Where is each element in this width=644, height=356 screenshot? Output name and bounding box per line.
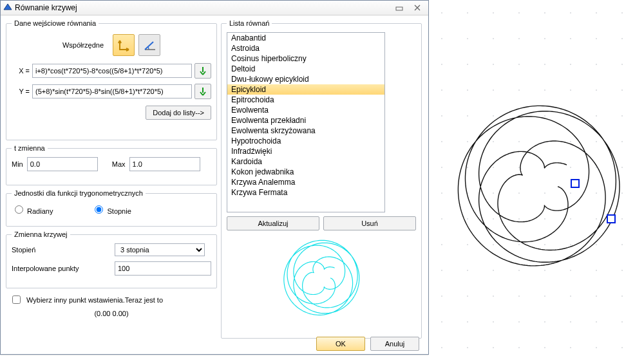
svg-point-41 (493, 321, 493, 322)
svg-point-66 (544, 244, 545, 245)
svg-point-95 (596, 270, 596, 270)
ok-button[interactable]: OK (316, 337, 365, 351)
svg-point-30 (493, 38, 493, 39)
units-group: Jednostki dla funkcji trygonometrycznych… (6, 189, 217, 227)
svg-point-99 (621, 12, 622, 13)
svg-point-103 (621, 115, 622, 116)
list-item[interactable]: Ewolwenta skrzyżowana (227, 126, 384, 136)
degrees-radio[interactable]: Stopnie (91, 203, 131, 215)
svg-point-24 (467, 244, 468, 245)
y-label: Y = (12, 88, 30, 95)
svg-point-46 (518, 89, 519, 90)
cancel-button[interactable]: Anuluj (370, 337, 419, 351)
degree-select[interactable]: 3 stopnia (115, 243, 205, 256)
svg-point-76 (570, 141, 571, 142)
svg-point-55 (518, 321, 519, 322)
svg-point-27 (467, 321, 468, 322)
svg-point-92 (596, 192, 596, 193)
svg-point-79 (570, 218, 571, 219)
svg-point-19 (467, 115, 468, 116)
close-button[interactable] (409, 2, 426, 14)
x-apply-button[interactable] (194, 63, 211, 79)
title-bar[interactable]: Równanie krzywej (1, 1, 428, 15)
curve-handle[interactable] (571, 179, 580, 188)
svg-point-32 (493, 89, 493, 90)
svg-point-68 (544, 295, 545, 296)
svg-point-49 (518, 167, 519, 167)
list-item[interactable]: Kardoida (227, 156, 384, 167)
list-item[interactable]: Deltoid (227, 64, 384, 74)
svg-point-12 (441, 295, 442, 296)
svg-point-45 (518, 64, 519, 64)
svg-point-107 (621, 218, 622, 219)
list-item[interactable]: Dwu-łukowy epicykloid (227, 74, 384, 84)
list-item[interactable]: Ewolwenta przekładni (227, 115, 384, 126)
svg-point-48 (518, 141, 519, 142)
svg-point-16 (467, 38, 468, 39)
list-item[interactable]: Kokon jedwabnika (227, 167, 384, 177)
curve-handle[interactable] (607, 214, 616, 223)
insert-point-checkbox[interactable] (12, 295, 21, 304)
svg-point-96 (596, 295, 596, 296)
y-input[interactable] (32, 84, 192, 98)
min-label: Min (12, 160, 23, 168)
svg-point-36 (493, 192, 493, 193)
svg-point-85 (596, 12, 596, 13)
svg-point-93 (596, 218, 596, 219)
degree-label: Stopień (12, 246, 108, 254)
svg-point-2 (441, 38, 442, 39)
svg-point-111 (621, 321, 622, 322)
svg-point-84 (570, 347, 571, 348)
svg-point-81 (570, 270, 571, 270)
svg-point-14 (441, 347, 442, 348)
list-item[interactable]: Astroida (227, 43, 384, 53)
svg-point-40 (493, 295, 493, 296)
svg-point-43 (518, 12, 519, 13)
window-title: Równanie krzywej (15, 3, 77, 12)
update-button[interactable]: Aktualizuj (227, 216, 319, 230)
y-apply-button[interactable] (194, 84, 211, 99)
equation-listbox[interactable]: AnabantidAstroidaCosinus hiperbolicznyDe… (227, 32, 385, 212)
svg-point-17 (467, 64, 468, 64)
svg-point-10 (441, 244, 442, 245)
svg-point-106 (621, 192, 622, 193)
min-input[interactable] (27, 157, 98, 171)
svg-point-108 (621, 244, 622, 245)
svg-point-97 (596, 321, 596, 322)
max-input[interactable] (129, 157, 200, 171)
svg-point-50 (518, 192, 519, 193)
cartesian-coord-button[interactable] (113, 34, 135, 56)
svg-rect-0 (396, 7, 402, 10)
svg-point-78 (570, 192, 571, 193)
delete-button[interactable]: Usuń (323, 216, 416, 230)
points-input[interactable] (115, 261, 211, 276)
polar-coord-button[interactable] (138, 34, 160, 56)
svg-point-59 (544, 64, 545, 64)
x-input[interactable] (32, 64, 192, 78)
svg-point-90 (596, 141, 596, 142)
list-item[interactable]: Krzywa Analemma (227, 177, 384, 187)
list-item[interactable]: Anabantid (227, 33, 384, 43)
input-data-legend: Dane wejściowe równania (12, 19, 99, 27)
list-item[interactable]: Ewolwenta (227, 105, 384, 115)
list-item[interactable]: Epitrochoida (227, 95, 384, 105)
svg-point-65 (544, 218, 545, 219)
list-item[interactable]: Cosinus hiperboliczny (227, 53, 384, 64)
drawing-canvas[interactable] (429, 0, 644, 356)
list-item[interactable]: Krzywa Fermata (227, 187, 384, 198)
svg-point-86 (596, 38, 596, 39)
svg-point-5 (441, 115, 442, 116)
svg-point-100 (621, 38, 622, 39)
svg-point-101 (621, 64, 622, 64)
add-to-list-button[interactable]: Dodaj do listy--> (146, 106, 211, 120)
list-item[interactable]: Hypotrochoida (227, 136, 384, 146)
equation-list-group: Lista równań AnabantidAstroidaCosinus hi… (221, 19, 422, 339)
radians-radio[interactable]: Radiany (12, 203, 53, 215)
svg-point-39 (493, 270, 493, 270)
equation-dialog: Równanie krzywej Dane wejściowe równania… (0, 0, 429, 355)
svg-point-102 (621, 89, 622, 90)
list-item[interactable]: Epicykloid (227, 84, 384, 95)
list-item[interactable]: Infradźwięki (227, 146, 384, 156)
svg-point-20 (467, 141, 468, 142)
help-button[interactable] (391, 2, 408, 14)
